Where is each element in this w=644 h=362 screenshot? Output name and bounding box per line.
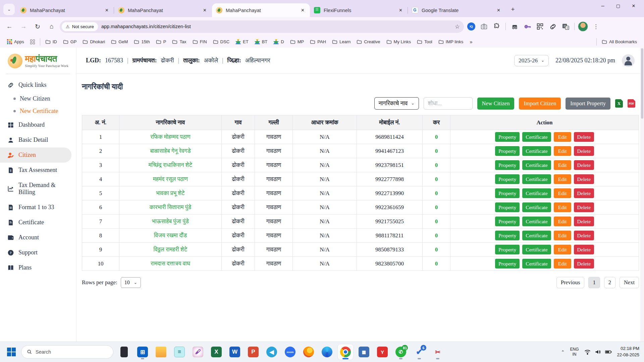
- bookmark-folder[interactable]: Dhokari: [80, 38, 107, 45]
- browser-tab-5[interactable]: Google Translate ✕: [408, 3, 506, 17]
- bookmark-folder[interactable]: ET: [233, 38, 251, 45]
- edit-button[interactable]: Edit: [554, 146, 571, 156]
- sidebar-item-account[interactable]: Account: [0, 230, 76, 245]
- sidebar-item-basic-detail[interactable]: Basic Detail: [0, 132, 76, 147]
- wifi-icon[interactable]: [584, 349, 591, 355]
- window-maximize-button[interactable]: ▢: [610, 0, 626, 11]
- previous-page-button[interactable]: Previous: [556, 277, 585, 288]
- link-copy-icon[interactable]: [547, 21, 558, 32]
- tab-close-icon[interactable]: ✕: [104, 7, 110, 13]
- bookmark-folder[interactable]: My Links: [384, 38, 413, 45]
- new-tab-button[interactable]: +: [508, 4, 518, 14]
- sidebar-item-dashboard[interactable]: Dashboard: [0, 117, 76, 132]
- taskbar-telegram-icon[interactable]: ◀: [264, 344, 279, 360]
- property-button[interactable]: Property: [495, 160, 520, 170]
- cell-citizen-name[interactable]: कारभारी सिताराम पुंडे: [119, 200, 222, 215]
- not-secure-chip[interactable]: ⚠ Not secure: [62, 22, 98, 31]
- all-bookmarks-button[interactable]: All Bookmarks: [599, 38, 639, 45]
- financial-year-select[interactable]: 2025-26 ⌄: [514, 55, 549, 66]
- volume-icon[interactable]: [595, 349, 601, 355]
- taskbar-search[interactable]: Search: [21, 345, 113, 359]
- bookmark-folder[interactable]: FIN: [190, 38, 209, 45]
- bookmark-folder[interactable]: Learn: [330, 38, 353, 45]
- scrollbar-thumb[interactable]: [641, 48, 643, 119]
- import-citizen-button[interactable]: Import Citizen: [519, 98, 561, 110]
- bookmark-folder[interactable]: 15th: [131, 38, 152, 45]
- tab-search-button[interactable]: ⌄: [3, 4, 15, 15]
- property-button[interactable]: Property: [495, 146, 520, 156]
- property-button[interactable]: Property: [495, 174, 520, 184]
- taskbar-chrome-icon[interactable]: [338, 344, 353, 360]
- browser-profile-avatar[interactable]: [578, 21, 588, 32]
- back-icon[interactable]: ←: [3, 20, 15, 33]
- search-input[interactable]: [424, 97, 473, 110]
- page-scrollbar[interactable]: [640, 48, 644, 342]
- export-excel-icon[interactable]: X: [615, 99, 623, 108]
- bookmark-folder[interactable]: D: [271, 38, 286, 45]
- browser-menu-icon[interactable]: ⋮: [590, 20, 602, 33]
- certificate-button[interactable]: Certificate: [522, 202, 551, 212]
- tab-close-icon[interactable]: ✕: [397, 7, 404, 13]
- property-button[interactable]: Property: [495, 245, 520, 254]
- bookmark-folder[interactable]: Tax: [170, 38, 189, 45]
- certificate-button[interactable]: Certificate: [522, 245, 551, 254]
- delete-button[interactable]: Delete: [574, 160, 594, 170]
- bookmark-folder[interactable]: P: [154, 38, 169, 45]
- edit-button[interactable]: Edit: [554, 160, 571, 170]
- certificate-button[interactable]: Certificate: [522, 132, 551, 142]
- browser-tab-1[interactable]: MahaPanchayat ✕: [16, 3, 114, 17]
- bookmark-grid-button[interactable]: [28, 39, 37, 45]
- taskbar-whatsapp-icon[interactable]: ✆ 81: [393, 344, 409, 360]
- taskbar-excel-icon[interactable]: X: [209, 344, 224, 360]
- delete-button[interactable]: Delete: [574, 202, 594, 212]
- bookmarks-overflow-icon[interactable]: »: [467, 39, 475, 45]
- tab-close-icon[interactable]: ✕: [495, 7, 502, 13]
- sidebar-item-plans[interactable]: Plans: [0, 260, 76, 275]
- browser-tab-2[interactable]: MahaPanchayat ✕: [114, 3, 212, 17]
- certificate-button[interactable]: Certificate: [522, 259, 551, 268]
- property-button[interactable]: Property: [495, 217, 520, 226]
- bookmark-folder[interactable]: Tool: [415, 38, 435, 45]
- extension-circle-icon[interactable]: IQ: [466, 21, 477, 32]
- edit-button[interactable]: Edit: [554, 217, 571, 226]
- delete-button[interactable]: Delete: [574, 146, 594, 156]
- translate-icon[interactable]: G文: [560, 21, 571, 32]
- property-button[interactable]: Property: [495, 231, 520, 240]
- bookmark-folder[interactable]: ID: [43, 38, 59, 45]
- property-button[interactable]: Property: [495, 188, 520, 198]
- property-button[interactable]: Property: [495, 259, 520, 268]
- camera-extension-icon[interactable]: [479, 21, 489, 32]
- taskbar-calculator-icon[interactable]: ▦: [356, 344, 372, 360]
- qr-code-icon[interactable]: [535, 21, 545, 32]
- import-property-button[interactable]: Import Property: [566, 98, 610, 110]
- taskbar-notepad-icon[interactable]: ≡: [172, 344, 187, 360]
- sidebar-item-new-certificate[interactable]: New Certificate: [0, 105, 76, 117]
- certificate-button[interactable]: Certificate: [522, 146, 551, 156]
- window-minimize-button[interactable]: ─: [595, 0, 610, 11]
- reload-icon[interactable]: ↻: [32, 20, 44, 33]
- cell-citizen-name[interactable]: रफिक मोहम्मद पठाण: [119, 130, 222, 144]
- url-text[interactable]: app.mahapanchayats.in/citizen/citizen-li…: [101, 24, 451, 29]
- edit-button[interactable]: Edit: [554, 245, 571, 254]
- bookmark-star-icon[interactable]: ☆: [455, 23, 460, 30]
- certificate-button[interactable]: Certificate: [522, 174, 551, 184]
- edit-button[interactable]: Edit: [554, 259, 571, 268]
- export-pdf-icon[interactable]: PDF: [628, 99, 635, 108]
- edit-button[interactable]: Edit: [554, 202, 571, 212]
- edit-button[interactable]: Edit: [554, 174, 571, 184]
- new-citizen-button[interactable]: New Citizen: [477, 98, 515, 110]
- bookmark-folder[interactable]: MP: [288, 38, 307, 45]
- sidebar-item-certificate[interactable]: Certificate: [0, 215, 76, 230]
- edit-button[interactable]: Edit: [554, 188, 571, 198]
- cell-citizen-name[interactable]: विजय रखमा दौंड: [119, 229, 222, 243]
- user-avatar[interactable]: [622, 54, 635, 67]
- page-1-button[interactable]: 1: [588, 277, 600, 288]
- taskbar-clock[interactable]: 02:18 PM 22-08-2025: [617, 346, 640, 358]
- delete-button[interactable]: Delete: [574, 188, 594, 198]
- forward-icon[interactable]: →: [17, 20, 30, 33]
- browser-tab-4[interactable]: FlexiFunnels ✕: [310, 3, 408, 17]
- delete-button[interactable]: Delete: [574, 245, 594, 254]
- cell-citizen-name[interactable]: रामदास दत्तात्रय वाघ: [119, 257, 222, 271]
- taskbar-phone-link-icon[interactable]: [116, 344, 132, 360]
- cell-citizen-name[interactable]: मच्छिंद्र राधाकिसन शेटे: [119, 158, 222, 172]
